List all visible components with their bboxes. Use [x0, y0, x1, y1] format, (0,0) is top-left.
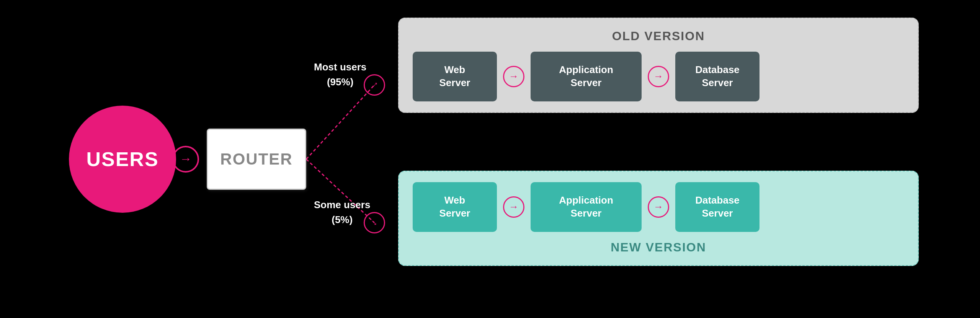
- new-db-server-line1: Database: [695, 194, 740, 206]
- old-app-server: Application Server: [531, 52, 642, 101]
- old-app-server-line1: Application: [559, 64, 613, 75]
- old-arrow-2: →: [648, 66, 669, 87]
- users-circle: USERS: [69, 106, 176, 213]
- new-arrow-1: →: [503, 196, 524, 218]
- old-version-title: OLD VERSION: [413, 29, 904, 43]
- northeast-arrow-icon: →: [368, 77, 382, 91]
- new-version-entry-arrow: →: [364, 212, 385, 233]
- some-users-label: Some users (5%): [314, 197, 370, 227]
- new-app-server-line2: Server: [571, 207, 602, 219]
- new-version-title: NEW VERSION: [413, 240, 904, 254]
- old-db-server-line1: Database: [695, 64, 740, 75]
- users-label: USERS: [86, 148, 158, 171]
- old-web-server: Web Server: [413, 52, 497, 101]
- old-version-entry-arrow: →: [364, 74, 385, 96]
- some-users-line2: (5%): [332, 214, 353, 225]
- new-db-server-line2: Server: [702, 207, 733, 219]
- old-arrow-1: →: [503, 66, 524, 87]
- users-to-router-arrow: →: [172, 146, 199, 173]
- old-web-server-line2: Server: [439, 77, 470, 88]
- new-server-arrow-1-icon: →: [503, 196, 524, 218]
- new-web-server-line2: Server: [439, 207, 470, 219]
- right-arrow-icon: →: [180, 153, 192, 165]
- new-version-panel: Web Server → Application Server →: [398, 171, 919, 266]
- new-web-server-line1: Web: [444, 194, 465, 206]
- new-server-row: Web Server → Application Server →: [413, 182, 904, 232]
- old-server-arrow-1-icon: →: [503, 66, 524, 87]
- new-arrow-2: →: [648, 196, 669, 218]
- old-web-server-line1: Web: [444, 64, 465, 75]
- diagram: USERS → ROUTER Most users (95%) Some use…: [31, 10, 949, 308]
- svg-line-0: [306, 85, 374, 159]
- most-users-line2: (95%): [327, 76, 353, 88]
- some-users-line1: Some users: [314, 199, 370, 210]
- southeast-arrow-icon: →: [368, 215, 382, 229]
- old-server-arrow-2-icon: →: [648, 66, 669, 87]
- old-app-server-line2: Server: [571, 77, 602, 88]
- new-server-arrow-2-icon: →: [648, 196, 669, 218]
- router-box: ROUTER: [207, 129, 306, 190]
- router-label: ROUTER: [220, 150, 292, 168]
- new-app-server: Application Server: [531, 182, 642, 232]
- new-web-server: Web Server: [413, 182, 497, 232]
- most-users-label: Most users (95%): [314, 60, 366, 90]
- old-db-server-line2: Server: [702, 77, 733, 88]
- new-db-server: Database Server: [675, 182, 760, 232]
- new-app-server-line1: Application: [559, 194, 613, 206]
- old-server-row: Web Server → Application Server →: [413, 52, 904, 101]
- most-users-line1: Most users: [314, 61, 366, 73]
- old-db-server: Database Server: [675, 52, 760, 101]
- old-version-panel: OLD VERSION Web Server → Application Ser…: [398, 18, 919, 113]
